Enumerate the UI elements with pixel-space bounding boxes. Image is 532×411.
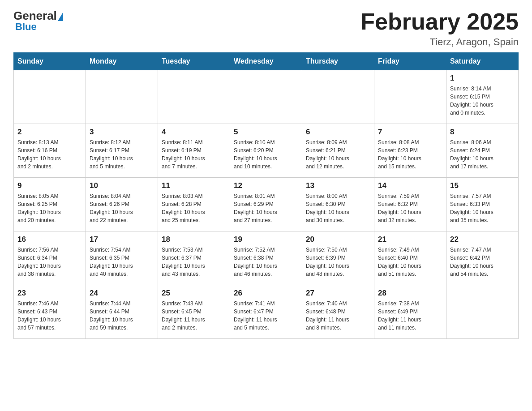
- day-number: 18: [162, 235, 226, 244]
- calendar-day-cell: [86, 70, 158, 124]
- day-number: 7: [378, 128, 442, 137]
- day-number: 6: [306, 128, 370, 137]
- day-info: Sunrise: 7:56 AM Sunset: 6:34 PM Dayligh…: [17, 246, 82, 278]
- calendar-day-cell: 6Sunrise: 8:09 AM Sunset: 6:21 PM Daylig…: [302, 124, 374, 178]
- calendar-week-row: 9Sunrise: 8:05 AM Sunset: 6:25 PM Daylig…: [14, 178, 519, 231]
- day-number: 23: [17, 289, 82, 298]
- day-number: 15: [450, 181, 515, 190]
- day-info: Sunrise: 8:13 AM Sunset: 6:16 PM Dayligh…: [17, 138, 82, 171]
- day-info: Sunrise: 7:57 AM Sunset: 6:33 PM Dayligh…: [450, 192, 515, 224]
- calendar-week-row: 16Sunrise: 7:56 AM Sunset: 6:34 PM Dayli…: [14, 231, 519, 285]
- day-number: 2: [17, 128, 82, 137]
- day-info: Sunrise: 8:06 AM Sunset: 6:24 PM Dayligh…: [450, 138, 515, 171]
- day-number: 5: [234, 128, 298, 137]
- calendar-day-cell: 28Sunrise: 7:38 AM Sunset: 6:49 PM Dayli…: [374, 285, 446, 339]
- day-number: 20: [306, 235, 370, 244]
- calendar-day-cell: 14Sunrise: 7:59 AM Sunset: 6:32 PM Dayli…: [374, 178, 446, 231]
- calendar-table: SundayMondayTuesdayWednesdayThursdayFrid…: [13, 52, 519, 339]
- day-info: Sunrise: 7:44 AM Sunset: 6:44 PM Dayligh…: [90, 300, 154, 332]
- calendar-day-header: Sunday: [14, 53, 86, 70]
- day-info: Sunrise: 8:11 AM Sunset: 6:19 PM Dayligh…: [162, 138, 226, 171]
- day-info: Sunrise: 8:05 AM Sunset: 6:25 PM Dayligh…: [17, 192, 82, 224]
- calendar-day-cell: 13Sunrise: 8:00 AM Sunset: 6:30 PM Dayli…: [302, 178, 374, 231]
- day-info: Sunrise: 7:41 AM Sunset: 6:47 PM Dayligh…: [234, 300, 298, 332]
- day-number: 25: [162, 289, 226, 298]
- calendar-day-cell: 5Sunrise: 8:10 AM Sunset: 6:20 PM Daylig…: [230, 124, 302, 178]
- calendar-day-cell: 3Sunrise: 8:12 AM Sunset: 6:17 PM Daylig…: [86, 124, 158, 178]
- day-number: 11: [162, 181, 226, 190]
- day-info: Sunrise: 7:54 AM Sunset: 6:35 PM Dayligh…: [90, 246, 154, 278]
- calendar-day-cell: 25Sunrise: 7:43 AM Sunset: 6:45 PM Dayli…: [158, 285, 230, 339]
- day-info: Sunrise: 7:40 AM Sunset: 6:48 PM Dayligh…: [306, 300, 370, 332]
- day-info: Sunrise: 8:08 AM Sunset: 6:23 PM Dayligh…: [378, 138, 442, 171]
- day-number: 12: [234, 181, 298, 190]
- day-number: 10: [90, 181, 154, 190]
- day-info: Sunrise: 7:47 AM Sunset: 6:42 PM Dayligh…: [450, 246, 515, 278]
- calendar-day-header: Thursday: [302, 53, 374, 70]
- day-info: Sunrise: 7:46 AM Sunset: 6:43 PM Dayligh…: [17, 300, 82, 332]
- day-number: 8: [450, 128, 515, 137]
- day-number: 24: [90, 289, 154, 298]
- calendar-week-row: 2Sunrise: 8:13 AM Sunset: 6:16 PM Daylig…: [14, 124, 519, 178]
- calendar-day-cell: 24Sunrise: 7:44 AM Sunset: 6:44 PM Dayli…: [86, 285, 158, 339]
- calendar-day-cell: 1Sunrise: 8:14 AM Sunset: 6:15 PM Daylig…: [446, 70, 519, 124]
- logo: General Blue: [13, 9, 63, 33]
- calendar-day-cell: 8Sunrise: 8:06 AM Sunset: 6:24 PM Daylig…: [446, 124, 519, 178]
- day-number: 19: [234, 235, 298, 244]
- day-info: Sunrise: 7:49 AM Sunset: 6:40 PM Dayligh…: [378, 246, 442, 278]
- calendar-day-cell: 26Sunrise: 7:41 AM Sunset: 6:47 PM Dayli…: [230, 285, 302, 339]
- calendar-day-cell: [230, 70, 302, 124]
- day-info: Sunrise: 7:50 AM Sunset: 6:39 PM Dayligh…: [306, 246, 370, 278]
- day-info: Sunrise: 7:53 AM Sunset: 6:37 PM Dayligh…: [162, 246, 226, 278]
- calendar-day-cell: 19Sunrise: 7:52 AM Sunset: 6:38 PM Dayli…: [230, 231, 302, 285]
- day-info: Sunrise: 7:59 AM Sunset: 6:32 PM Dayligh…: [378, 192, 442, 224]
- calendar-day-header: Saturday: [446, 53, 519, 70]
- calendar-header-row: SundayMondayTuesdayWednesdayThursdayFrid…: [14, 53, 519, 70]
- day-number: 16: [17, 235, 82, 244]
- calendar-day-cell: [446, 285, 519, 339]
- calendar-day-header: Wednesday: [230, 53, 302, 70]
- logo-blue: Blue: [13, 21, 37, 33]
- calendar-day-header: Monday: [86, 53, 158, 70]
- calendar-day-header: Tuesday: [158, 53, 230, 70]
- calendar-day-cell: [302, 70, 374, 124]
- calendar-day-cell: 15Sunrise: 7:57 AM Sunset: 6:33 PM Dayli…: [446, 178, 519, 231]
- subtitle: Tierz, Aragon, Spain: [360, 36, 519, 48]
- day-number: 26: [234, 289, 298, 298]
- day-info: Sunrise: 8:12 AM Sunset: 6:17 PM Dayligh…: [90, 138, 154, 171]
- page-header: General Blue February 2025 Tierz, Aragon…: [13, 9, 519, 48]
- day-number: 21: [378, 235, 442, 244]
- day-number: 13: [306, 181, 370, 190]
- calendar-day-cell: 23Sunrise: 7:46 AM Sunset: 6:43 PM Dayli…: [14, 285, 86, 339]
- calendar-day-cell: 22Sunrise: 7:47 AM Sunset: 6:42 PM Dayli…: [446, 231, 519, 285]
- day-number: 22: [450, 235, 515, 244]
- day-number: 1: [450, 74, 515, 83]
- day-info: Sunrise: 8:14 AM Sunset: 6:15 PM Dayligh…: [450, 85, 515, 117]
- calendar-day-cell: 16Sunrise: 7:56 AM Sunset: 6:34 PM Dayli…: [14, 231, 86, 285]
- calendar-day-cell: 12Sunrise: 8:01 AM Sunset: 6:29 PM Dayli…: [230, 178, 302, 231]
- calendar-day-cell: 9Sunrise: 8:05 AM Sunset: 6:25 PM Daylig…: [14, 178, 86, 231]
- day-number: 14: [378, 181, 442, 190]
- day-number: 3: [90, 128, 154, 137]
- day-number: 4: [162, 128, 226, 137]
- calendar-day-cell: 4Sunrise: 8:11 AM Sunset: 6:19 PM Daylig…: [158, 124, 230, 178]
- calendar-day-cell: 11Sunrise: 8:03 AM Sunset: 6:28 PM Dayli…: [158, 178, 230, 231]
- calendar-day-header: Friday: [374, 53, 446, 70]
- day-info: Sunrise: 8:03 AM Sunset: 6:28 PM Dayligh…: [162, 192, 226, 224]
- day-info: Sunrise: 7:52 AM Sunset: 6:38 PM Dayligh…: [234, 246, 298, 278]
- calendar-day-cell: 2Sunrise: 8:13 AM Sunset: 6:16 PM Daylig…: [14, 124, 86, 178]
- day-number: 27: [306, 289, 370, 298]
- calendar-day-cell: 10Sunrise: 8:04 AM Sunset: 6:26 PM Dayli…: [86, 178, 158, 231]
- day-info: Sunrise: 7:38 AM Sunset: 6:49 PM Dayligh…: [378, 300, 442, 332]
- calendar-day-cell: 7Sunrise: 8:08 AM Sunset: 6:23 PM Daylig…: [374, 124, 446, 178]
- calendar-day-cell: 20Sunrise: 7:50 AM Sunset: 6:39 PM Dayli…: [302, 231, 374, 285]
- calendar-day-cell: 27Sunrise: 7:40 AM Sunset: 6:48 PM Dayli…: [302, 285, 374, 339]
- day-info: Sunrise: 8:04 AM Sunset: 6:26 PM Dayligh…: [90, 192, 154, 224]
- calendar-day-cell: [374, 70, 446, 124]
- calendar-week-row: 23Sunrise: 7:46 AM Sunset: 6:43 PM Dayli…: [14, 285, 519, 339]
- calendar-day-cell: 17Sunrise: 7:54 AM Sunset: 6:35 PM Dayli…: [86, 231, 158, 285]
- calendar-day-cell: 18Sunrise: 7:53 AM Sunset: 6:37 PM Dayli…: [158, 231, 230, 285]
- day-info: Sunrise: 8:10 AM Sunset: 6:20 PM Dayligh…: [234, 138, 298, 171]
- logo-triangle-icon: [58, 12, 63, 21]
- day-number: 28: [378, 289, 442, 298]
